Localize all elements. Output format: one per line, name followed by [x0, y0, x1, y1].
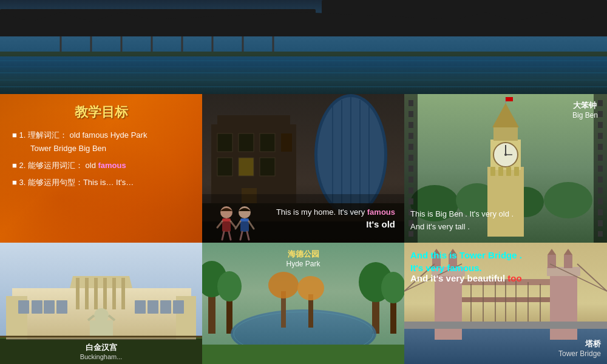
towerbridge-label: 塔桥 Tower Bridge [558, 339, 601, 358]
svg-rect-24 [281, 133, 292, 152]
svg-rect-89 [56, 300, 67, 314]
hydepark-label: 海德公园 Hyde Park [286, 249, 320, 268]
towerbridge-line2: It's very famous. [410, 263, 601, 273]
svg-rect-65 [490, 167, 495, 176]
svg-rect-22 [239, 133, 254, 152]
svg-rect-82 [94, 278, 98, 309]
bigben-caption: This is Big Ben . It's very old .And it'… [410, 208, 601, 234]
svg-rect-87 [32, 300, 42, 314]
objective-item-3: ■ 3. 能够运用句型：This is… It's… [12, 176, 190, 189]
svg-rect-67 [506, 167, 511, 176]
top-banner [0, 0, 607, 94]
objectives-content: ■ 1. 理解词汇： old famous Hyde Park Tower Br… [12, 129, 190, 189]
palace-label: 白金汉宫 Buckingham... [0, 339, 202, 364]
svg-rect-21 [217, 133, 232, 152]
svg-rect-90 [135, 300, 146, 314]
obj-words-1: Tower Bridge Big Ben [30, 144, 106, 153]
svg-rect-20 [217, 115, 290, 126]
obj-bullet-1: ■ 1. 理解词汇： old famous Hyde Park [12, 130, 147, 140]
myhome-caption-area: This is my home. It's very famous It's o… [202, 194, 404, 243]
svg-rect-27 [260, 158, 275, 176]
svg-rect-142 [404, 322, 607, 329]
svg-rect-12 [0, 52, 607, 56]
svg-rect-123 [550, 273, 577, 340]
myhome-caption-line2: It's old [366, 219, 395, 229]
svg-point-103 [217, 271, 242, 302]
towerbridge-text: And this is Tower Bridge . It's very fam… [410, 249, 601, 283]
svg-point-95 [94, 308, 109, 323]
svg-rect-85 [121, 278, 125, 309]
palace-panel: 白金汉宫 Buckingham... [0, 243, 202, 364]
svg-rect-81 [85, 278, 89, 309]
objective-item-2: ■ 2. 能够运用词汇： old famous [12, 159, 190, 172]
myhome-caption-line1: This is my home. It's very famous [276, 207, 395, 217]
svg-point-112 [268, 272, 299, 298]
bigben-panel: 大笨钟 Big Ben This is Big Ben . It's very … [404, 94, 607, 243]
banner-image [0, 0, 607, 94]
svg-rect-23 [260, 133, 275, 152]
towerbridge-line3: And it's very beautiful too [410, 273, 601, 283]
obj-bullet-2: ■ 2. 能够运用词汇： old famous [12, 161, 126, 170]
svg-rect-66 [498, 167, 503, 176]
svg-rect-84 [112, 278, 116, 309]
svg-rect-2 [0, 9, 316, 30]
hydepark-panel: 海德公园 Hyde Park [202, 243, 404, 364]
svg-rect-110 [202, 345, 404, 364]
svg-rect-68 [514, 167, 519, 176]
myhome-panel: This is my home. It's very famous It's o… [202, 94, 404, 243]
svg-rect-3 [322, 0, 607, 24]
famous-word-1: famous [98, 161, 126, 170]
svg-rect-64 [506, 97, 513, 101]
objective-item-1: ■ 1. 理解词汇： old famous Hyde Park Tower Br… [12, 129, 190, 155]
svg-rect-88 [44, 300, 55, 314]
svg-rect-92 [160, 300, 171, 314]
svg-point-114 [297, 276, 324, 300]
svg-rect-25 [217, 158, 232, 176]
svg-rect-93 [173, 300, 184, 314]
objectives-panel: 教学目标 ■ 1. 理解词汇： old famous Hyde Park Tow… [0, 94, 202, 243]
svg-rect-86 [18, 300, 29, 314]
svg-rect-80 [76, 278, 80, 309]
towerbridge-panel: And this is Tower Bridge . It's very fam… [404, 243, 607, 364]
towerbridge-too: too [507, 273, 521, 283]
towerbridge-line1: And this is Tower Bridge . [410, 249, 601, 263]
svg-rect-117 [435, 273, 462, 340]
svg-rect-94 [90, 320, 113, 337]
obj-bullet-3: ■ 3. 能够运用句型：This is… It's… [12, 178, 134, 187]
main-grid: 教学目标 ■ 1. 理解词汇： old famous Hyde Park Tow… [0, 0, 607, 364]
svg-rect-26 [239, 158, 254, 176]
bigben-label: 大笨钟 Big Ben [572, 100, 598, 120]
svg-rect-83 [103, 278, 107, 309]
svg-rect-91 [148, 300, 158, 314]
svg-rect-61 [493, 127, 518, 141]
objectives-title: 教学目标 [12, 103, 190, 121]
